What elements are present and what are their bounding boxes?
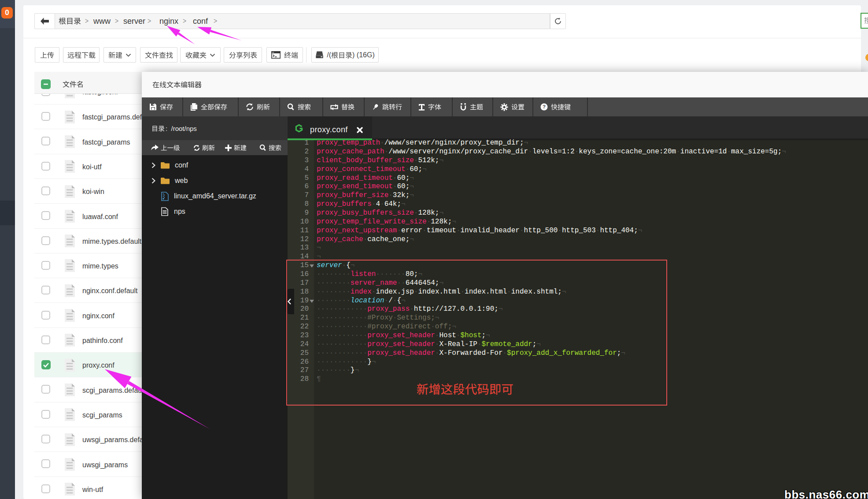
svg-text:?: ? <box>543 104 546 109</box>
